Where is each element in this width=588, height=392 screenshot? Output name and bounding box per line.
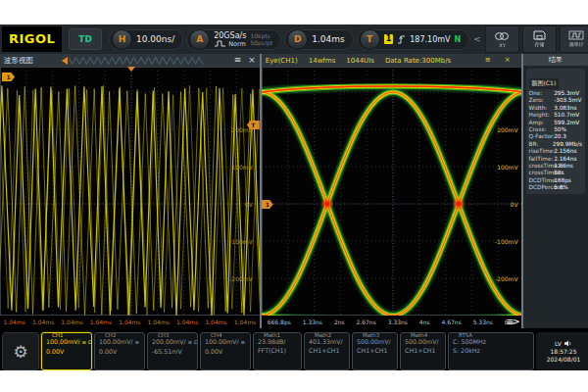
pulse-icon [214,40,226,47]
waveform-xaxis: 1.04ms 1.04ms 1.04ms 1.04ms 1.04ms 1.04m… [0,316,260,328]
minimap-marker-icon [62,57,68,65]
eye-close-icon[interactable]: × [505,56,511,65]
trigger-mode-button[interactable]: TD [69,28,102,50]
channel-box-ch3[interactable]: CH3 200.00mV/≡ Ω -65.51mV [147,332,198,370]
eye-data-rate: Data Rate:300Mb/s [385,57,451,65]
math1-box[interactable]: Math1 23.98dB/ FFT(CH1) [253,332,302,370]
settings-gear-button[interactable]: ⚙ [2,332,39,370]
h-knob-icon[interactable]: H [112,29,132,50]
result-row: DCDTime:188ps [529,177,582,184]
t-knob-icon[interactable]: T [360,29,380,50]
waveform-close-icon[interactable]: × [248,56,256,65]
math4-box[interactable]: Math4 500.00mV/ CH1+CH1 [400,332,446,370]
waveform-panel-header[interactable]: 波形视图 ≡ × [0,54,260,67]
bottom-bar: ⚙ CH1 100.00mV/≡ Ω 0.00V CH2 100.00mV/≡ … [0,328,588,370]
eye-axis-menu-icon[interactable]: ≡> [506,317,518,326]
eye-xtick: 2ns [334,318,345,325]
waveform-plot[interactable]: 1 T 200mV 100mV 0V -100mV -200mV [0,67,260,316]
sample-rate-value: 20GSa/s [214,31,246,40]
ch3-coupling-icons: ≡ Ω [188,339,198,345]
channel-box-ch4[interactable]: CH4 100.00mV/≡ 0.00V [200,332,251,370]
waveform-menu-icon[interactable]: ≡ [234,56,242,65]
top-toolbar: RIGOL TD H 10.00ns/ A 20GSa/s Norm 10kpt… [0,24,588,54]
results-tab-eye[interactable]: 眼图(C1) [529,78,560,89]
eye-trace [262,67,521,316]
acquisition-settings-button[interactable]: A 20GSa/s Norm 10kpts 50ps/pt [186,29,281,50]
eye-plot[interactable]: 1 200mV 100mV 0V -100mV -200mV [262,67,521,316]
rising-edge-icon [397,34,406,45]
result-row: Q-Factor:20.3 [529,133,582,140]
eye-xtick: 1.33ns [303,318,322,325]
waveform-trace [0,67,260,316]
result-row: crossTime1:1.66ns [529,163,582,170]
eye-menu-icon[interactable]: ≡ [485,56,491,65]
eye-diagram-panel: Eye(CH1) 14wfms 1044UIs Data Rate:300Mb/… [262,54,523,328]
eye-xtick: 666.8ps [268,318,291,325]
math3-box[interactable]: Math3 500.00mV/ CH1+CH1 [352,332,398,370]
eye-wfms-count: 14wfms [309,57,336,65]
wave-ytick: -200mV [229,275,253,282]
horizontal-settings-button[interactable]: H 10.00ns/ [109,29,183,50]
minimap-waveform [69,56,206,66]
wave-xtick: 1.04ms [205,318,226,325]
eye-ytick: -100mV [495,238,518,245]
channel-box-ch1[interactable]: CH1 100.00mV/≡ Ω 0.00V [41,332,92,370]
clock-box[interactable]: LV 18:57:25 2024/08/01 [536,332,588,370]
results-card[interactable]: 眼图(C1) One:295.3mV Zero:-303.5mV Width:3… [526,69,585,194]
gear-icon: ⚙ [13,342,27,362]
eye-xaxis: 666.8ps 1.33ns 2ns 2.67ns 3.33ns 4ns 4.6… [262,316,521,328]
results-title: 结果 [523,54,588,66]
result-row: fallTime:2.164ns [529,156,582,163]
results-sidebar: 结果 眼图(C1) One:295.3mV Zero:-303.5mV Widt… [523,54,588,328]
waveform-view-panel: 波形视图 ≡ × 1 T 200mV 100mV [0,54,262,328]
waveform-panel-title: 波形视图 [4,56,33,66]
xy-mode-button[interactable]: XY [485,25,519,53]
eye-ytick: 0V [511,201,518,208]
wave-ytick: 100mV [231,164,252,171]
wave-xtick: 1.04ms [176,318,198,325]
result-row: riseTime:2.156ns [529,148,582,155]
clock-date: 2024/08/01 [547,356,581,363]
timebase-value: 10.00ns/ [136,34,174,44]
toolbar-scroll-left[interactable]: < [472,34,482,44]
wave-ytick: -100mV [229,238,253,245]
speaker-icon [564,340,572,347]
math2-box[interactable]: Math2 401.33mV/ CH1+CH1 [304,332,350,370]
result-row: One:295.3mV [529,90,582,97]
ch4-coupling-icons: ≡ [241,339,246,345]
eye-panel-header[interactable]: Eye(CH1) 14wfms 1044UIs Data Rate:300Mb/… [262,54,521,67]
ch2-coupling-icons: ≡ [135,339,140,345]
wave-xtick: 1.04ms [90,318,112,325]
result-row: Cross:50% [529,126,582,133]
d-knob-icon[interactable]: D [287,29,308,50]
sample-resolution-value: 50ps/pt [250,39,272,46]
xy-icon [494,31,510,41]
eye-ytick: -200mV [495,275,518,282]
eye-ytick: 200mV [497,126,517,133]
a-knob-icon[interactable]: A [189,29,210,50]
frequency-counter-button[interactable]: 频率计 [560,25,588,53]
channel-box-ch2[interactable]: CH2 100.00mV/≡ 0.00V [94,332,145,370]
trigger-level-value: 187.10mV [410,35,450,44]
rtsa-box[interactable]: RTSA C: 500MHz S: 20kHz [448,332,534,370]
counter-icon [568,30,584,40]
main-area: 波形视图 ≡ × 1 T 200mV 100mV [0,54,588,328]
eye-ui-count: 1044UIs [346,57,374,65]
ch1-coupling-icons: ≡ Ω [82,339,92,345]
eye-xtick: 4.67ns [441,318,461,325]
wave-xtick: 1.04ms [4,318,25,325]
eye-xtick: 3.33ns [388,318,408,325]
result-row: DCDPercent:5.6% [529,184,582,191]
eye-ytick: 100mV [497,164,517,171]
delay-settings-button[interactable]: D 1.04ms [284,29,354,50]
storage-button[interactable]: 存储 [522,25,557,53]
oscilloscope-ui: RIGOL TD H 10.00ns/ A 20GSa/s Norm 10kpt… [0,24,588,370]
result-row: Height:510.7mV [529,112,582,119]
trigger-position-marker[interactable] [127,67,135,72]
screenshot-page: RIGOL TD H 10.00ns/ A 20GSa/s Norm 10kpt… [0,0,588,392]
trigger-settings-button[interactable]: T 1 187.10mV N [357,29,470,50]
noise-reject-flag: N [455,35,462,44]
result-row: crossTime2:5ns [529,170,582,176]
result-row: Zero:-303.5mV [529,97,582,104]
wave-ytick: 0V [245,201,253,208]
